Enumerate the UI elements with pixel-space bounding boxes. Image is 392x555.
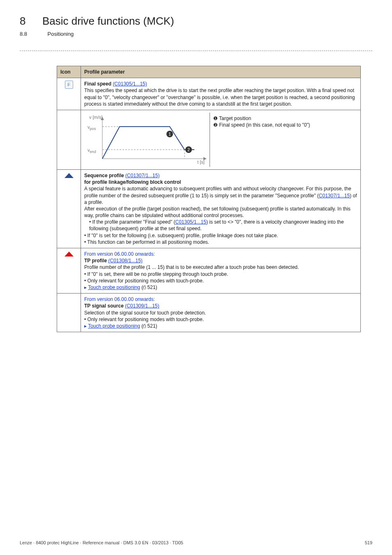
final-speed-icon: F	[65, 81, 73, 89]
tp-profile-code-link[interactable]: (C01308/1...15)	[108, 258, 142, 264]
profile-parameter-table: Icon Profile parameter F Final speed (C0…	[57, 66, 361, 332]
tp-profile-b1: If "0" is set, there will be no profile …	[88, 271, 228, 277]
footer-page-number: 519	[365, 540, 372, 545]
sequence-p2: After execution of the profile (target p…	[84, 206, 350, 218]
tp-signal-from: From version 06.00.00 onwards:	[84, 296, 155, 302]
sequence-code-link[interactable]: (C01307/1...15)	[125, 173, 159, 178]
row-tp-profile: From version 06.00.00 onwards: TP profil…	[57, 248, 361, 294]
tp-signal-p1: Selection of the signal source for touch…	[84, 310, 206, 316]
tp-signal-b1: Only relevant for positioning modes with…	[88, 317, 204, 322]
divider	[20, 51, 372, 51]
sequence-title: Sequence profile	[84, 173, 124, 178]
arrow-icon: ▸	[84, 284, 88, 290]
tp-signal-code-link[interactable]: (C01309/1...15)	[125, 303, 159, 309]
tp-signal-link-page: (⎙ 521)	[141, 323, 157, 329]
diagram-panel: v [m/s] vpos vend t [s]	[84, 113, 210, 167]
sequence-subtitle: for profile linkage/following block cont…	[84, 179, 181, 185]
row-sequence-profile: Sequence profile (C01307/1...15) for pro…	[57, 169, 361, 248]
legend-item-final-speed: ❷ Final speed (in this case, not equal t…	[213, 122, 354, 128]
cell-tp-signal: From version 06.00.00 onwards: TP signal…	[81, 294, 361, 332]
page: 8 Basic drive functions (MCK) 8.8 Positi…	[0, 0, 392, 555]
velocity-profile-svg: 1 2	[88, 115, 211, 164]
tp-profile-link-page: (⎙ 521)	[141, 284, 157, 290]
final-speed-code-link[interactable]: (C01305/1...15)	[113, 81, 147, 87]
table-header-row: Icon Profile parameter	[57, 66, 361, 78]
svg-marker-3	[203, 157, 207, 160]
row-diagram: v [m/s] vpos vend t [s]	[57, 110, 361, 169]
legend-item-target: ❶ Target position	[213, 115, 354, 122]
section-title: Positioning	[48, 31, 74, 37]
final-speed-body: This specifies the speed at which the dr…	[84, 88, 355, 106]
svg-text:1: 1	[168, 132, 171, 136]
row-final-speed: F Final speed (C01305/1...15) This speci…	[57, 78, 361, 110]
tp-signal-link[interactable]: Touch probe positioning	[88, 323, 140, 329]
diagram-legend: ❶ Target position ❷ Final speed (in this…	[210, 113, 357, 167]
section-number: 8.8	[20, 31, 27, 37]
page-header: 8 Basic drive functions (MCK) 8.8 Positi…	[20, 15, 372, 37]
cell-diagram: v [m/s] vpos vend t [s]	[81, 110, 361, 169]
cell-sequence: Sequence profile (C01307/1...15) for pro…	[81, 169, 361, 248]
tp-profile-link[interactable]: Touch probe positioning	[88, 284, 140, 290]
tp-signal-title: TP signal source	[84, 303, 124, 309]
footer-left: Lenze · 8400 protec HighLine · Reference…	[20, 540, 183, 545]
row-tp-signal: From version 06.00.00 onwards: TP signal…	[57, 294, 361, 332]
tp-profile-p1: Profile number of the profile (1 ... 15)…	[84, 264, 299, 270]
wedge-up-icon	[64, 172, 74, 179]
tp-profile-b2: Only relevant for positioning modes with…	[88, 278, 204, 284]
cell-tp-profile: From version 06.00.00 onwards: TP profil…	[81, 248, 361, 294]
sequence-b3: This function can be performed in all po…	[87, 239, 209, 245]
svg-text:2: 2	[187, 148, 190, 152]
sequence-b1a: If the profile parameter "Final speed" (	[92, 219, 175, 225]
tp-profile-from: From version 06.00.00 onwards:	[84, 251, 155, 257]
final-speed-title: Final speed	[84, 81, 111, 87]
chapter-number: 8	[20, 15, 25, 28]
col-header-icon: Icon	[57, 66, 81, 78]
cell-final-speed: Final speed (C01305/1...15) This specifi…	[81, 78, 361, 110]
sequence-p1a: A special feature is automatic advancing…	[84, 186, 351, 198]
icon-cell-final-speed: F	[57, 78, 81, 110]
sequence-b2: If "0" is set for the following (i.e. su…	[88, 233, 278, 238]
col-header-param: Profile parameter	[81, 66, 361, 78]
icon-cell-tp-profile	[57, 248, 81, 294]
sequence-b1-code-link[interactable]: C01305/1...15	[175, 219, 206, 225]
icon-cell-tp-signal	[57, 294, 81, 332]
wedge-up-solid-icon	[64, 251, 74, 257]
icon-cell-sequence	[57, 169, 81, 248]
page-footer: Lenze · 8400 protec HighLine · Reference…	[20, 540, 372, 545]
tp-profile-title: TP profile	[84, 258, 107, 264]
chapter-title: Basic drive functions (MCK)	[42, 15, 174, 28]
svg-marker-1	[101, 117, 104, 120]
arrow-icon: ▸	[84, 323, 88, 329]
icon-cell-diagram	[57, 110, 81, 169]
sequence-p1-code-link[interactable]: C01307/1...15	[319, 193, 350, 199]
